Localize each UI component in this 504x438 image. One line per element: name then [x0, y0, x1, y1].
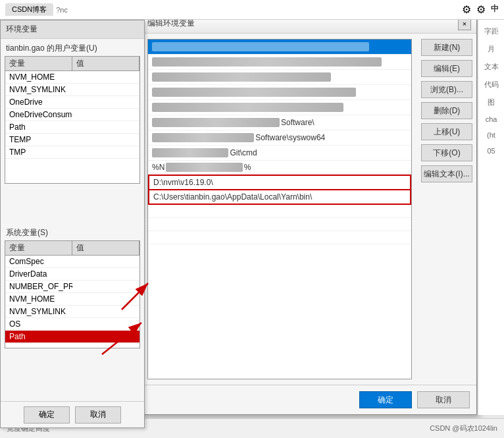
user-header-value: 值 — [72, 57, 139, 70]
gear-icon-2[interactable]: ⚙ — [476, 3, 486, 16]
right-sidebar: 字距 月 文本 代码 图 cha (ht 05 — [478, 20, 504, 415]
user-variables-table: 变量 值 NVM_HOME NVM_SYMLINK OneDrive OneDr… — [5, 56, 140, 184]
sys-table-header: 变量 值 — [5, 241, 139, 256]
sys-table-body: ComSpec DriverData NUMBER_OF_PROCESSORS … — [5, 256, 139, 348]
table-row[interactable]: NUMBER_OF_PROCESSORS — [5, 281, 139, 293]
browser-tab-bar: CSDN博客 ?nc ⚙ ⚙ 中 — [0, 0, 504, 20]
blurred-content — [152, 88, 356, 97]
blurred-content — [152, 118, 280, 127]
blurred-content — [152, 103, 343, 112]
table-row[interactable]: ComSpec — [5, 256, 139, 268]
move-down-button[interactable]: 下移(O) — [421, 144, 472, 161]
edit-env-dialog: 编辑环境变量 × — [141, 13, 477, 415]
path-list-item[interactable]: %N % — [148, 161, 411, 175]
tab-title-label: ?nc — [56, 6, 68, 14]
right-label-6: cha — [486, 115, 497, 123]
path-list-item[interactable] — [148, 218, 411, 231]
path-text: %N — [152, 163, 164, 172]
path-list-item[interactable] — [148, 85, 411, 100]
dialog-body: Software\ Software\syswow64 Git\cmd %N % — [142, 34, 476, 385]
path-list-item[interactable]: Software\syswow64 — [148, 130, 411, 146]
path-yarn-text: C:\Users\tianbin.gao\AppData\Local\Yarn\… — [153, 192, 312, 202]
path-list-item[interactable] — [148, 231, 411, 244]
right-label-2: 月 — [488, 44, 495, 54]
env-variables-window: 环境变量 tianbin.gao 的用户变量(U) 变量 值 NVM_HOME … — [0, 20, 145, 428]
path-list-area: Software\ Software\syswow64 Git\cmd %N % — [142, 34, 417, 385]
path-text: % — [244, 163, 251, 172]
path-suffix: Software\syswow64 — [255, 133, 325, 142]
dialog-footer: 确定 取消 — [142, 385, 476, 414]
dialog-ok-button[interactable]: 确定 — [359, 391, 412, 408]
table-row[interactable]: DriverData — [5, 268, 139, 281]
edit-button[interactable]: 编辑(E) — [421, 60, 472, 77]
blurred-content — [166, 163, 242, 172]
user-header-name: 变量 — [5, 57, 72, 70]
path-list-item[interactable] — [148, 40, 411, 55]
table-row[interactable]: NVM_SYMLINK — [5, 306, 139, 318]
table-row[interactable]: TMP — [5, 146, 139, 159]
user-table-body: NVM_HOME NVM_SYMLINK OneDrive OneDriveCo… — [5, 71, 139, 183]
browse-button[interactable]: 浏览(B)... — [421, 81, 472, 98]
toolbar-icons: ⚙ ⚙ 中 — [462, 3, 499, 16]
right-label-3: 文本 — [484, 62, 499, 72]
tab-label[interactable]: CSDN博客 — [5, 3, 53, 16]
new-button[interactable]: 新建(N) — [421, 39, 472, 56]
right-label-8: 05 — [487, 147, 495, 155]
table-row[interactable]: NVM_HOME — [5, 293, 139, 306]
user-section-label: tianbin.gao 的用户变量(U) — [1, 39, 144, 56]
env-cancel-button[interactable]: 取消 — [75, 406, 121, 424]
blurred-content — [152, 42, 369, 51]
dialog-cancel-button[interactable]: 取消 — [417, 391, 470, 408]
env-ok-button[interactable]: 确定 — [24, 406, 70, 424]
sys-variables-table: 变量 值 ComSpec DriverData NUMBER_OF_PROCES… — [5, 240, 140, 348]
dialog-right-buttons: 新建(N) 编辑(E) 浏览(B)... 删除(D) 上移(U) 下移(O) 编… — [417, 34, 476, 385]
right-label-4: 代码 — [484, 80, 499, 90]
env-footer: 确定 取消 — [1, 401, 144, 427]
env-window-title-text: 环境变量 — [6, 24, 38, 35]
chinese-char: 中 — [491, 3, 499, 16]
path-list-item-yarn[interactable]: C:\Users\tianbin.gao\AppData\Local\Yarn\… — [148, 190, 411, 205]
delete-button[interactable]: 删除(D) — [421, 102, 472, 119]
right-label-5: 图 — [488, 97, 495, 107]
table-row[interactable]: OneDrive — [5, 96, 139, 109]
right-label-7: (ht — [487, 131, 495, 139]
path-list-item[interactable] — [148, 205, 411, 218]
blurred-content — [152, 72, 331, 82]
move-up-button[interactable]: 上移(U) — [421, 123, 472, 140]
path-suffix: Software\ — [281, 118, 315, 127]
right-label-1: 字距 — [484, 26, 499, 36]
path-list-item-nvm[interactable]: D:\nvm\v16.19.0\ — [148, 175, 411, 190]
blurred-content — [152, 57, 382, 67]
sys-section-label: 系统变量(S) — [1, 223, 144, 240]
table-row[interactable]: OneDriveConsumer — [5, 109, 139, 121]
table-row[interactable]: TEMP — [5, 134, 139, 146]
user-table-header: 变量 值 — [5, 57, 139, 71]
sys-header-value: 值 — [72, 241, 139, 255]
path-list-container: Software\ Software\syswow64 Git\cmd %N % — [147, 39, 412, 379]
table-row-path-user[interactable]: Path — [5, 121, 139, 134]
sys-header-name: 变量 — [5, 241, 72, 255]
gear-icon-1[interactable]: ⚙ — [462, 3, 471, 16]
table-row[interactable]: NVM_SYMLINK — [5, 84, 139, 96]
edit-text-button[interactable]: 编辑文本(I)... — [421, 165, 472, 182]
path-nvm-text: D:\nvm\v16.19.0\ — [153, 178, 213, 187]
table-row[interactable]: NVM_HOME — [5, 71, 139, 84]
bottom-right-text: CSDN @码农1024lin — [430, 424, 497, 433]
path-list-item[interactable] — [148, 55, 411, 70]
blurred-content — [152, 133, 254, 142]
path-list-item[interactable] — [148, 100, 411, 115]
table-row-path-sys[interactable]: Path — [5, 331, 139, 343]
env-window-title-bar: 环境变量 — [1, 20, 144, 39]
path-list-item[interactable]: Git\cmd — [148, 146, 411, 161]
path-list-item[interactable] — [148, 70, 411, 85]
path-list-item[interactable]: Software\ — [148, 115, 411, 130]
blurred-content — [152, 148, 228, 157]
path-suffix: Git\cmd — [230, 148, 257, 157]
table-row[interactable]: OS — [5, 318, 139, 331]
